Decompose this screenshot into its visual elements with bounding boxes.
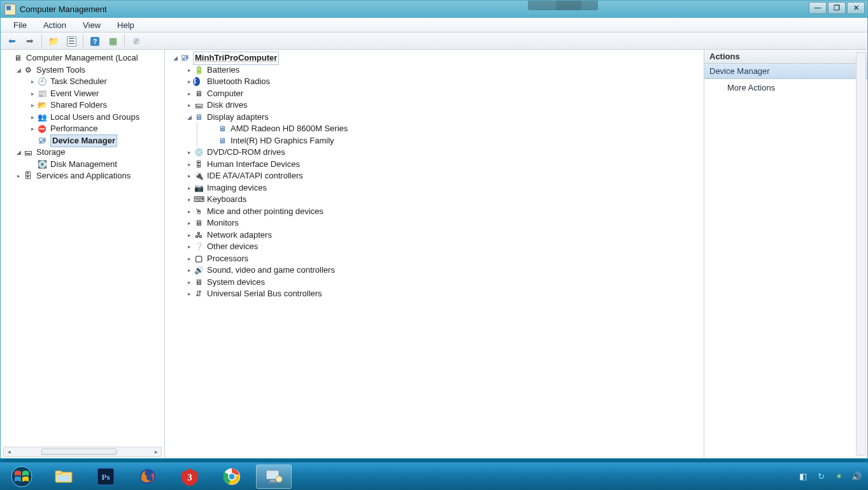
tree-storage[interactable]: ◢ Storage — [3, 147, 164, 159]
expander-icon[interactable]: ▸ — [185, 194, 193, 206]
dev-hid[interactable]: ▸Human Interface Devices — [167, 159, 704, 171]
tree-device-manager[interactable]: Device Manager — [3, 135, 164, 147]
dev-monitors[interactable]: ▸Monitors — [167, 217, 704, 229]
expander-icon[interactable]: ▸ — [185, 159, 193, 171]
expander-icon[interactable]: ▸ — [185, 253, 193, 265]
expander-icon[interactable]: ▸ — [185, 288, 193, 300]
expander-icon[interactable]: ▸ — [185, 241, 193, 253]
tree-performance[interactable]: ▸ Performance — [3, 123, 164, 135]
dev-bluetooth[interactable]: ▸Bluetooth Radios — [167, 76, 704, 88]
expander-icon[interactable]: ▸ — [185, 206, 193, 218]
dev-disk-drives[interactable]: ▸Disk drives — [167, 99, 704, 112]
expander-icon[interactable]: ▸ — [185, 229, 193, 241]
tree-disk-management[interactable]: Disk Management — [3, 159, 164, 171]
tree-root[interactable]: Computer Management (Local — [3, 52, 164, 64]
scroll-track[interactable] — [14, 449, 151, 455]
dev-processors[interactable]: ▸Processors — [167, 253, 704, 265]
tray-volume-icon[interactable]: 🔊 — [851, 472, 862, 482]
menu-action[interactable]: Action — [36, 19, 74, 31]
tree-shared-folders[interactable]: ▸ Shared Folders — [3, 99, 164, 112]
dev-sound[interactable]: ▸Sound, video and game controllers — [167, 264, 704, 277]
tree-local-users[interactable]: ▸ Local Users and Groups — [3, 112, 164, 124]
dev-display-adapters[interactable]: ◢Display adapters — [167, 112, 704, 124]
dev-system[interactable]: ▸System devices — [167, 277, 704, 289]
expander-icon[interactable]: ▸ — [29, 76, 36, 88]
dev-other[interactable]: ▸Other devices — [167, 241, 704, 253]
expander-icon[interactable]: ▸ — [185, 99, 193, 112]
tree-system-tools[interactable]: ◢ System Tools — [3, 64, 164, 76]
expander-icon[interactable]: ▸ — [185, 76, 193, 88]
expander-icon[interactable]: ◢ — [15, 64, 22, 76]
export-button[interactable] — [105, 34, 120, 48]
expander-icon[interactable]: ▸ — [185, 217, 193, 229]
window-titlebar[interactable]: Computer Management — ❐ ✕ — [1, 1, 867, 18]
console-tree[interactable]: Computer Management (Local ◢ System Tool… — [1, 50, 164, 196]
actions-more-actions[interactable]: More Actions — [704, 79, 867, 96]
expander-icon[interactable]: ▸ — [29, 88, 36, 100]
expander-icon[interactable]: ▸ — [185, 170, 193, 182]
dev-display-child-intel[interactable]: Intel(R) HD Graphics Family — [197, 135, 704, 147]
start-button[interactable] — [4, 465, 39, 489]
help-button[interactable] — [87, 34, 103, 48]
device-tree[interactable]: ◢ MinhTriProComputer ▸Batteries ▸Bluetoo… — [165, 50, 704, 314]
expander-icon[interactable]: ▸ — [185, 147, 193, 159]
vertical-scrollbar[interactable] — [856, 52, 866, 456]
expander-icon[interactable]: ▸ — [29, 112, 36, 124]
expander-icon[interactable]: ▸ — [185, 277, 193, 289]
expander-icon[interactable]: ▸ — [185, 182, 193, 194]
tree-label: Services and Applications — [36, 170, 131, 182]
taskbar-firefox[interactable] — [130, 465, 166, 489]
expander-icon[interactable]: ◢ — [171, 52, 179, 64]
dev-network[interactable]: ▸Network adapters — [167, 229, 704, 241]
menu-file[interactable]: File — [6, 19, 34, 31]
minimize-button[interactable]: — — [809, 2, 827, 14]
tray-sync-icon[interactable]: ↻ — [816, 472, 826, 482]
background-window-hint — [556, 1, 581, 10]
taskbar-chrome[interactable] — [214, 465, 250, 489]
tree-task-scheduler[interactable]: ▸ Task Scheduler — [3, 76, 164, 88]
tree-event-viewer[interactable]: ▸ Event Viewer — [3, 88, 164, 100]
scroll-right-button[interactable]: ▸ — [151, 447, 161, 456]
taskbar-explorer[interactable] — [46, 465, 82, 489]
expander-icon[interactable]: ▸ — [185, 64, 193, 76]
dev-dvd[interactable]: ▸DVD/CD-ROM drives — [167, 147, 704, 159]
horizontal-scrollbar[interactable]: ◂ ▸ — [3, 447, 162, 457]
maximize-button[interactable]: ❐ — [828, 2, 846, 14]
scan-hardware-button[interactable] — [129, 34, 144, 48]
taskbar[interactable]: Ps 3 ◧ — [0, 462, 868, 490]
tray-action-center-icon[interactable]: ◧ — [798, 472, 808, 482]
system-tray[interactable]: ◧ ↻ ✶ 🔊 — [798, 472, 864, 482]
tree-services-apps[interactable]: ▸ Services and Applications — [3, 170, 164, 182]
device-root[interactable]: ◢ MinhTriProComputer — [167, 52, 704, 64]
nav-back-button[interactable] — [4, 34, 20, 48]
scroll-thumb[interactable] — [41, 449, 117, 455]
up-folder-button[interactable] — [46, 34, 61, 48]
dev-ide[interactable]: ▸IDE ATA/ATAPI controllers — [167, 170, 704, 182]
expander-icon[interactable]: ▸ — [15, 170, 22, 182]
menu-help[interactable]: Help — [110, 19, 142, 31]
nav-forward-button[interactable] — [22, 34, 38, 48]
taskbar-app-3[interactable]: 3 — [172, 465, 208, 489]
expander-icon[interactable]: ▸ — [185, 88, 193, 100]
dev-computer[interactable]: ▸Computer — [167, 88, 704, 100]
taskbar-computer-management[interactable] — [256, 465, 292, 489]
dev-display-child-amd[interactable]: AMD Radeon HD 8600M Series — [197, 123, 704, 135]
expander-icon[interactable]: ▸ — [29, 99, 36, 112]
menu-view[interactable]: View — [75, 19, 108, 31]
svg-rect-13 — [268, 482, 277, 483]
scroll-left-button[interactable]: ◂ — [4, 447, 14, 456]
expander-icon[interactable]: ▸ — [185, 264, 193, 277]
properties-button[interactable] — [64, 34, 79, 48]
dev-mice[interactable]: ▸Mice and other pointing devices — [167, 206, 704, 218]
dev-batteries[interactable]: ▸Batteries — [167, 64, 704, 76]
tray-network-icon[interactable]: ✶ — [834, 472, 844, 482]
close-button[interactable]: ✕ — [847, 2, 865, 14]
expander-icon[interactable]: ◢ — [185, 112, 193, 124]
dev-imaging[interactable]: ▸Imaging devices — [167, 182, 704, 194]
expander-icon[interactable]: ▸ — [29, 123, 36, 135]
actions-section-device-manager[interactable]: Device Manager ▲ — [704, 64, 867, 79]
expander-icon[interactable]: ◢ — [15, 147, 22, 159]
dev-keyboards[interactable]: ▸Keyboards — [167, 194, 704, 206]
dev-usb[interactable]: ▸Universal Serial Bus controllers — [167, 288, 704, 300]
taskbar-photoshop[interactable]: Ps — [88, 465, 124, 489]
